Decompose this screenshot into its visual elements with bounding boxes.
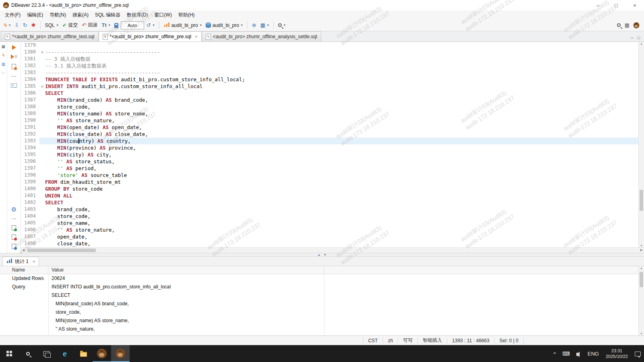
timezone-button[interactable]: ⊕ bbox=[250, 21, 258, 29]
load-sql-script-button[interactable]: ⇩ bbox=[13, 21, 21, 29]
code-line-1406[interactable]: '' AS store_nature, bbox=[45, 226, 638, 233]
editor-vscroll-thumb[interactable] bbox=[640, 190, 643, 211]
execute-statement-icon[interactable] bbox=[12, 45, 16, 50]
edge-button[interactable]: e bbox=[56, 345, 74, 362]
minimize-editor-icon[interactable]: – bbox=[631, 35, 633, 40]
export-result-icon[interactable] bbox=[12, 225, 16, 230]
rail-more-icon[interactable]: ⋯ bbox=[11, 74, 17, 79]
panel-splitter[interactable]: ▲ ▼ bbox=[0, 253, 644, 257]
dbeaver-logo-icon[interactable] bbox=[634, 22, 640, 28]
execute-script-icon[interactable] bbox=[11, 54, 17, 60]
explain-plan-icon[interactable] bbox=[12, 64, 16, 69]
code-line-1381[interactable]: -- 3 插入店铺数据 bbox=[45, 56, 638, 62]
menu-item-5[interactable]: SQL 编辑器 bbox=[92, 10, 124, 20]
sql-templates-button[interactable]: SQL▾ bbox=[43, 21, 60, 29]
column-header-value[interactable]: Value bbox=[48, 266, 324, 274]
language-indicator[interactable]: ENG bbox=[584, 351, 602, 357]
menu-item-4[interactable]: 搜索(A) bbox=[69, 10, 92, 20]
scroll-right-icon[interactable]: ▶ bbox=[640, 248, 643, 252]
code-line-1397[interactable]: '' AS period, bbox=[45, 165, 638, 172]
code-line-1399[interactable]: FROM dim_hkaudit_store_mt bbox=[45, 179, 638, 185]
taskbar-search-button[interactable] bbox=[19, 345, 37, 362]
start-button[interactable] bbox=[0, 345, 19, 362]
scroll-up-icon[interactable]: ▲ bbox=[639, 42, 644, 45]
code-line-1387[interactable]: MIN(brand_code) AS brand_code, bbox=[45, 97, 638, 103]
active-database-button[interactable]: audit_bi_pro▾ bbox=[162, 21, 203, 29]
commit-mode-combo[interactable]: Auto bbox=[121, 21, 144, 29]
code-line-1404[interactable]: store_code, bbox=[45, 213, 638, 220]
close-statistics-tab-icon[interactable]: × bbox=[33, 259, 35, 264]
tray-expand-icon[interactable]: ^ bbox=[550, 351, 559, 357]
code-line-1384[interactable]: TRUNCATE TABLE IF EXISTS audit_bi_pro.cu… bbox=[45, 76, 638, 83]
menu-item-3[interactable]: 导航(N) bbox=[46, 10, 69, 20]
maximize-button[interactable]: □ bbox=[607, 0, 625, 10]
code-line-1379[interactable] bbox=[45, 42, 638, 49]
code-line-1400[interactable]: GROUP BY store_code bbox=[45, 185, 638, 192]
panel-vertical-scrollbar[interactable]: ▲ ▼ bbox=[638, 266, 644, 335]
rail-more2-icon[interactable]: ⋯ bbox=[11, 216, 17, 221]
text-case-button[interactable]: Tt▾ bbox=[100, 21, 111, 29]
code-line-1383[interactable]: -------------------------------------- bbox=[45, 69, 638, 76]
action-center-icon[interactable] bbox=[632, 351, 644, 356]
fold-toggle-icon[interactable]: ⊖ bbox=[39, 49, 45, 56]
code-line-1402[interactable]: SELECT bbox=[45, 199, 638, 206]
transaction-log-button[interactable]: ↺▾ bbox=[145, 21, 156, 29]
perspective-icon[interactable]: ▦ bbox=[625, 23, 630, 28]
fold-toggle-icon[interactable]: ⊖ bbox=[39, 83, 45, 90]
scroll-down-icon[interactable]: ▼ bbox=[639, 244, 644, 247]
editor-tab-2[interactable]: ϟ*<audit_bi_pro> zhumr_offline_pre.sql× bbox=[99, 31, 202, 41]
touch-keyboard-icon[interactable]: ⌨ bbox=[559, 351, 573, 357]
restore-views-icon[interactable]: ▦ bbox=[2, 44, 5, 49]
editor-tab-1[interactable]: ϟ*<audit_bi_pro> zhumr_offline_test.sql bbox=[1, 31, 99, 41]
new-object-button[interactable]: ✱ bbox=[30, 21, 37, 29]
editor-vertical-scrollbar[interactable]: ▲ ▼ bbox=[638, 42, 644, 247]
code-line-1401[interactable]: UNION ALL bbox=[45, 192, 638, 199]
code-line-1403[interactable]: brand_code, bbox=[45, 206, 638, 213]
code-line-1395[interactable]: MIN(city) AS city, bbox=[45, 151, 638, 158]
code-line-1398[interactable]: 'store' AS source_table bbox=[45, 172, 638, 179]
stats-row-2[interactable]: QueryINSERT INTO audit_bi_pro.custom_sto… bbox=[0, 283, 638, 333]
panel-scroll-down-icon[interactable]: ▼ bbox=[639, 332, 644, 335]
db-navigator-icon[interactable]: ϟ bbox=[2, 53, 4, 58]
menu-item-7[interactable]: 窗口(W) bbox=[151, 10, 175, 20]
editor-tab-3[interactable]: ϟ<audit_bi_pro> zhumr_offline_analysis_s… bbox=[202, 31, 321, 41]
dbeaver-taskbar-button-2[interactable] bbox=[111, 345, 130, 362]
speaker-icon[interactable] bbox=[573, 352, 584, 356]
dbeaver-taskbar-button-1[interactable] bbox=[93, 345, 111, 362]
code-line-1396[interactable]: '' AS store_status, bbox=[45, 158, 638, 165]
code-line-1393[interactable]: MIN(country) AS country, bbox=[45, 138, 638, 144]
lock-connection-button[interactable] bbox=[113, 21, 120, 29]
menu-item-2[interactable]: 编辑(E) bbox=[24, 10, 46, 20]
commit-button[interactable]: ✔提交 bbox=[61, 21, 80, 30]
clock[interactable]: 23:31 2025/10/22 bbox=[602, 348, 632, 359]
panel-vscroll-thumb[interactable] bbox=[640, 272, 643, 287]
refresh-button[interactable]: ↻ bbox=[21, 21, 29, 29]
code-line-1389[interactable]: MIN(store_name) AS store_name, bbox=[45, 110, 638, 117]
code-line-1391[interactable]: MIN(open_date) AS open_date, bbox=[45, 124, 638, 131]
code-line-1390[interactable]: '' AS store_nature, bbox=[45, 117, 638, 124]
code-line-1385[interactable]: INSERT INTO audit_bi_pro.custom_store_in… bbox=[45, 83, 638, 90]
save-report-icon[interactable] bbox=[12, 234, 16, 240]
more-views-icon[interactable]: ⋯ bbox=[2, 70, 6, 76]
panel-scroll-up-icon[interactable]: ▲ bbox=[639, 267, 644, 269]
export-tools-button[interactable]: ▦▾ bbox=[259, 21, 270, 29]
task-view-button[interactable] bbox=[37, 345, 56, 362]
tab-statistics[interactable]: 统计 1 × bbox=[2, 257, 39, 266]
code-line-1394[interactable]: MIN(province) AS province, bbox=[45, 144, 638, 151]
splitter-up-icon[interactable]: ▲ bbox=[318, 253, 320, 256]
maximize-editor-icon[interactable]: □ bbox=[637, 35, 640, 40]
editor-horizontal-scrollbar[interactable]: ◀ ▶ bbox=[21, 247, 644, 253]
code-line-1386[interactable]: SELECT bbox=[45, 90, 638, 97]
close-tab-icon[interactable]: × bbox=[195, 34, 197, 39]
close-button[interactable]: × bbox=[625, 0, 644, 10]
new-sql-editor-button[interactable]: ϟ▾ bbox=[2, 21, 12, 29]
editor-hscroll-thumb[interactable] bbox=[27, 249, 96, 252]
search-icon[interactable] bbox=[617, 23, 621, 27]
editor-settings-gear-icon[interactable]: ⚙ bbox=[11, 207, 17, 212]
projects-view-icon[interactable]: ▥ bbox=[2, 62, 5, 67]
menu-item-8[interactable]: 帮助(H) bbox=[175, 10, 198, 20]
sql-console-icon[interactable]: >_ bbox=[11, 83, 17, 88]
scroll-left-icon[interactable]: ◀ bbox=[22, 248, 25, 252]
stats-row-1[interactable]: Updated Rows20624 bbox=[0, 274, 638, 283]
minimize-button[interactable]: – bbox=[588, 0, 607, 10]
